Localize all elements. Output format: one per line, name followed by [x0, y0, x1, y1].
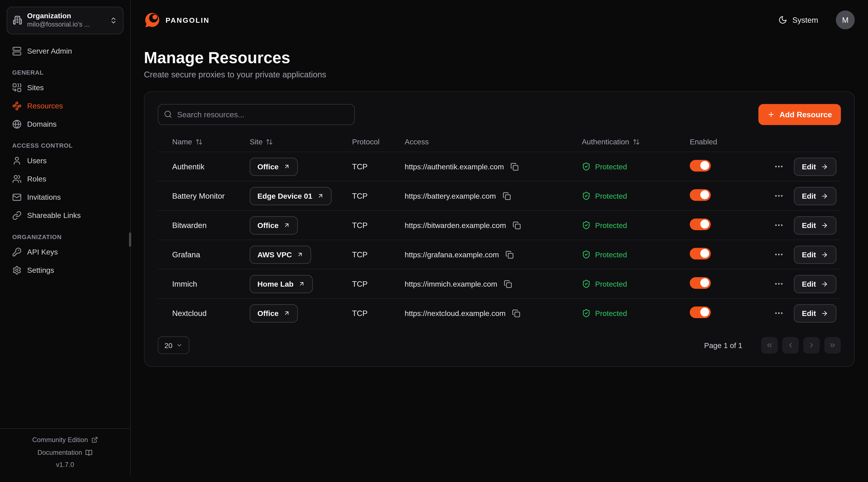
documentation-link[interactable]: Documentation: [34, 448, 96, 457]
copy-icon: [505, 250, 514, 259]
org-value: milo@fossorial.io's ...: [27, 21, 104, 29]
first-page-button[interactable]: [761, 337, 778, 354]
edit-button[interactable]: Edit: [794, 216, 836, 234]
enabled-toggle[interactable]: [690, 160, 711, 171]
main-area: PANGOLIN System M Manage Resources Creat…: [131, 0, 868, 475]
avatar[interactable]: M: [836, 10, 855, 29]
org-switcher[interactable]: Organization milo@fossorial.io's ...: [7, 7, 123, 34]
sidebar-section-label: ORGANIZATION: [12, 233, 118, 240]
add-resource-button[interactable]: Add Resource: [758, 104, 841, 125]
copy-icon: [513, 221, 521, 229]
enabled-toggle[interactable]: [690, 277, 711, 289]
edit-button[interactable]: Edit: [794, 304, 836, 322]
search-input[interactable]: [158, 104, 355, 125]
brand-name: PANGOLIN: [165, 16, 210, 24]
ellipsis-icon: [774, 308, 783, 318]
site-link-button[interactable]: Office: [250, 157, 298, 175]
authentication-status: Protected: [595, 162, 627, 171]
copy-url-button[interactable]: [511, 308, 522, 319]
sidebar-item-sites[interactable]: Sites: [7, 78, 123, 97]
sidebar-item-settings[interactable]: Settings: [7, 261, 123, 279]
row-menu-button[interactable]: [773, 278, 785, 290]
sidebar-item-domains[interactable]: Domains: [7, 115, 123, 133]
add-resource-label: Add Resource: [779, 110, 832, 119]
external-link-icon: [91, 437, 98, 443]
row-menu-button[interactable]: [773, 307, 785, 319]
book-icon: [85, 449, 93, 456]
sidebar-item-shareable-links[interactable]: Shareable Links: [7, 206, 123, 225]
theme-toggle-button[interactable]: System: [775, 15, 822, 25]
edit-button[interactable]: Edit: [794, 245, 836, 263]
community-edition-link[interactable]: Community Edition: [29, 436, 101, 444]
site-link-button[interactable]: AWS VPC: [250, 245, 311, 263]
column-header-enabled: Enabled: [690, 137, 748, 146]
column-header-authentication[interactable]: Authentication: [582, 137, 690, 146]
site-name: Home Lab: [257, 280, 293, 288]
table-row: Grafana AWS VPC TCP https://grafana.exam…: [158, 239, 841, 269]
copy-url-button[interactable]: [501, 191, 512, 201]
resource-name: Battery Monitor: [172, 191, 250, 200]
arrow-up-right-icon: [284, 163, 290, 170]
sidebar-nav: Server Admin GENERAL Sites Resources Dom…: [0, 41, 130, 428]
sort-icon: [632, 138, 640, 145]
row-menu-button[interactable]: [773, 190, 785, 202]
access-url: https://grafana.example.com: [405, 250, 499, 259]
sidebar-item-server-admin[interactable]: Server Admin: [7, 42, 123, 60]
previous-page-button[interactable]: [782, 337, 799, 354]
last-page-button[interactable]: [824, 337, 841, 354]
documentation-label: Documentation: [37, 449, 82, 456]
page-size-select[interactable]: 20: [158, 336, 190, 354]
site-link-button[interactable]: Office: [250, 216, 298, 234]
enabled-toggle[interactable]: [690, 189, 711, 200]
next-page-button[interactable]: [803, 337, 820, 354]
page-size-value: 20: [164, 341, 173, 349]
edit-label: Edit: [802, 221, 816, 229]
site-link-button[interactable]: Edge Device 01: [250, 187, 332, 205]
edit-button[interactable]: Edit: [794, 275, 836, 293]
sidebar-item-resources[interactable]: Resources: [7, 97, 123, 115]
ellipsis-icon: [774, 279, 783, 289]
enabled-toggle[interactable]: [690, 248, 711, 259]
enabled-toggle[interactable]: [690, 218, 711, 230]
sidebar-resize-handle[interactable]: [129, 232, 131, 247]
copy-url-button[interactable]: [503, 279, 513, 289]
protocol-label: TCP: [352, 309, 405, 318]
edit-button[interactable]: Edit: [794, 187, 836, 205]
page-title: Manage Resources: [144, 49, 855, 67]
user-icon: [12, 156, 22, 165]
sidebar-section: GENERAL Sites Resources Domains: [7, 69, 123, 133]
copy-url-button[interactable]: [504, 249, 515, 260]
sidebar-item-invitations[interactable]: Invitations: [7, 188, 123, 206]
site-link-button[interactable]: Home Lab: [250, 275, 313, 293]
row-menu-button[interactable]: [773, 219, 785, 231]
sidebar-item-users[interactable]: Users: [7, 152, 123, 170]
column-header-access: Access: [405, 137, 582, 146]
arrow-right-icon: [821, 222, 828, 229]
community-edition-label: Community Edition: [32, 436, 88, 444]
sidebar-item-api-keys[interactable]: API Keys: [7, 243, 123, 261]
site-link-button[interactable]: Office: [250, 304, 298, 322]
chevrons-right-icon: [829, 341, 837, 349]
arrow-right-icon: [821, 280, 828, 287]
row-menu-button[interactable]: [773, 249, 785, 261]
column-header-name[interactable]: Name: [172, 137, 250, 146]
row-menu-button[interactable]: [773, 160, 785, 173]
edit-button[interactable]: Edit: [794, 157, 836, 175]
edit-label: Edit: [802, 280, 816, 288]
sidebar-item-roles[interactable]: Roles: [7, 170, 123, 188]
plus-icon: [767, 111, 775, 119]
chevrons-up-down-icon: [110, 17, 117, 24]
column-header-site[interactable]: Site: [250, 137, 352, 146]
sites-icon: [12, 83, 22, 92]
enabled-toggle[interactable]: [690, 306, 711, 318]
server-icon: [12, 46, 22, 56]
arrow-right-icon: [821, 310, 828, 317]
page-subtitle: Create secure proxies to your private ap…: [144, 70, 855, 79]
edit-label: Edit: [802, 162, 816, 171]
copy-url-button[interactable]: [509, 161, 520, 172]
site-name: AWS VPC: [257, 250, 292, 259]
edit-label: Edit: [802, 309, 816, 317]
globe-icon: [12, 119, 22, 129]
sidebar-section-label: ACCESS CONTROL: [12, 142, 118, 149]
copy-url-button[interactable]: [512, 220, 522, 231]
